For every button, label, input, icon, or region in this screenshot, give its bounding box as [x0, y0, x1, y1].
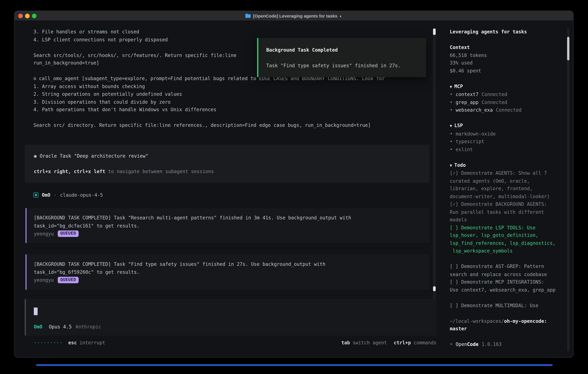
main-scrollbar[interactable] [433, 29, 436, 299]
input-model-name: Opus 4.5 [49, 324, 72, 330]
ctrlp-key-hint: ctrl+p [394, 340, 411, 345]
spinner-dots: ········· [34, 340, 63, 345]
app-name-code: Code [467, 341, 478, 348]
folder-icon [246, 14, 251, 18]
lsp-heading-label: LSP [454, 123, 463, 128]
chevron-down-icon: ▼ [450, 163, 452, 167]
tab-key-hint: tab [341, 340, 350, 345]
close-button[interactable] [18, 13, 23, 18]
ctrlp-key-label: commands [413, 340, 436, 345]
tab-key-label: switch agent [353, 340, 387, 345]
message-author: yeongyu [34, 277, 54, 283]
tool-call-tail: Search src/ directory. Return specific f… [33, 122, 436, 129]
mcp-name: context7 [456, 92, 478, 97]
text-cursor [34, 308, 38, 315]
prompt-input[interactable]: OmO Opus 4.5 Anthropic [25, 299, 437, 336]
toast-body: Task "Find type safety issues" finished … [266, 62, 426, 70]
navigation-hint-keys: ctrl+x right, ctrl+x left [34, 168, 105, 174]
record-circle-icon: ◉ [34, 153, 37, 158]
todo-heading-label: Todo [454, 162, 466, 168]
message-meta: yeongyu QUEUED [34, 276, 430, 284]
workspace-repo-name: oh-my-opencode: [504, 318, 547, 324]
window-controls [18, 11, 36, 21]
message-author: yeongyu [34, 231, 54, 237]
lsp-section-heading: ▼LSP [450, 122, 558, 130]
workspace-path-prefix: ~/local-workspaces/ [450, 318, 504, 324]
lsp-item: •markdown-oxide [450, 130, 558, 138]
todo-item: [✓] Demonstrate BACKGROUND AGENTS: Run p… [450, 200, 558, 224]
chevron-down-icon: ▼ [450, 124, 452, 128]
status-left: ········· esc interrupt [34, 340, 105, 345]
oracle-task-title: Oracle Task "Deep architecture review" [40, 153, 148, 158]
todo-item: [✓] Demonstrate AGENTS: Show all 7 curat… [450, 169, 558, 200]
tool-call-item: 1. Array access without bounds checking [33, 83, 436, 90]
transcript-pane: 3. File handles or streams not closed 4.… [14, 21, 444, 358]
git-branch: master [450, 326, 467, 332]
log-spacer [33, 114, 436, 122]
main-scrollbar-thumb-top[interactable] [433, 29, 436, 35]
todo-item: [ ] Demonstrate AST-GREP: Pattern search… [450, 263, 558, 278]
window-title-text: [OpenCode] Leveraging agents for tasks [253, 13, 337, 18]
lsp-name: markdown-oxide [456, 131, 496, 136]
tool-call-item: 3. Division operations that could divide… [33, 98, 436, 106]
context-heading: Context [450, 44, 558, 52]
todo-item: [ ] Demonstrate MULTIMODAL: Use [450, 302, 558, 310]
session-sidebar: Leveraging agents for tasks Context 66,5… [444, 21, 573, 358]
agent-header: OmO · claude-opus-4-5 [33, 191, 436, 199]
navigation-hint-text: to navigate between subagent sessions [105, 168, 214, 174]
bullet-icon: • [450, 92, 452, 97]
lsp-name: eslint [456, 146, 473, 152]
tab-hint: tab switch agent [341, 340, 387, 345]
queued-badge: QUEUED [58, 277, 79, 283]
background-task-toast: Background Task Completed Task "Find typ… [257, 38, 426, 77]
minimize-button[interactable] [25, 13, 30, 18]
sidebar-scrollbar-thumb[interactable] [567, 37, 569, 61]
mcp-name: websearch_exa [456, 107, 493, 113]
titlebar[interactable]: [OpenCode] Leveraging agents for tasks ◐ [14, 11, 573, 21]
separator-dot: · [54, 192, 57, 198]
message-line: task_id="bg_dcfac161" to get results. [34, 222, 430, 230]
bullet-icon: • [450, 107, 452, 113]
oracle-task-box: ◉Oracle Task "Deep architecture review" … [25, 145, 430, 183]
mcp-item: •grep_appConnected [450, 98, 558, 106]
agent-name: OmO [42, 192, 50, 198]
sidebar-scrollbar[interactable] [567, 29, 569, 351]
background-task-message: [BACKGROUND TASK COMPLETED] Task "Find t… [25, 254, 430, 290]
mcp-item: •websearch_exaConnected [450, 106, 558, 114]
gear-icon: ⚙ [33, 75, 36, 81]
window-title: [OpenCode] Leveraging agents for tasks ◐ [246, 13, 342, 18]
agent-model: claude-opus-4-5 [60, 192, 103, 198]
message-line: task_id="bg_6f59260c" to get results. [34, 268, 430, 276]
mcp-name: grep_app [456, 99, 478, 105]
app-name-open: Open [456, 341, 467, 348]
bullet-icon: • [450, 341, 452, 348]
todo-section-heading: ▼Todo [450, 161, 558, 169]
mcp-status: Connected [482, 99, 507, 105]
lsp-item: •eslint [450, 146, 558, 154]
mcp-section-heading: ▼MCP [450, 83, 558, 91]
context-used: 33% used [450, 59, 558, 67]
bullet-icon: • [450, 139, 452, 144]
workspace-path: ~/local-workspaces/oh-my-opencode: maste… [450, 317, 558, 333]
bullet-icon: • [450, 146, 452, 152]
mcp-heading-label: MCP [454, 83, 463, 89]
todo-item: [ ] Demonstrate MCP INTEGRATIONS: Use co… [450, 278, 558, 294]
input-meta: OmO Opus 4.5 Anthropic [34, 323, 437, 331]
esc-key-label: interrupt [80, 340, 105, 345]
tool-call-item: 4. Path operations that don't handle Win… [33, 106, 436, 114]
chevron-down-icon: ▼ [450, 84, 452, 89]
esc-key-hint: esc [68, 340, 77, 345]
dock-hint-bar [36, 364, 553, 366]
session-progress-icon: ◐ [340, 13, 342, 18]
toast-title: Background Task Completed [266, 46, 426, 54]
bullet-icon: • [450, 99, 452, 105]
fullscreen-button[interactable] [32, 13, 37, 18]
status-right: tab switch agent ctrl+p commands [341, 340, 436, 345]
context-tokens: 66,518 tokens [450, 52, 558, 59]
mcp-status: Connected [482, 92, 507, 97]
message-line: [BACKGROUND TASK COMPLETED] Task "Find t… [34, 260, 430, 268]
input-provider-name: Anthropic [75, 324, 101, 330]
omo-agent-icon [33, 193, 38, 197]
main-scrollbar-thumb[interactable] [433, 286, 436, 291]
message-meta: yeongyu QUEUED [34, 230, 430, 238]
